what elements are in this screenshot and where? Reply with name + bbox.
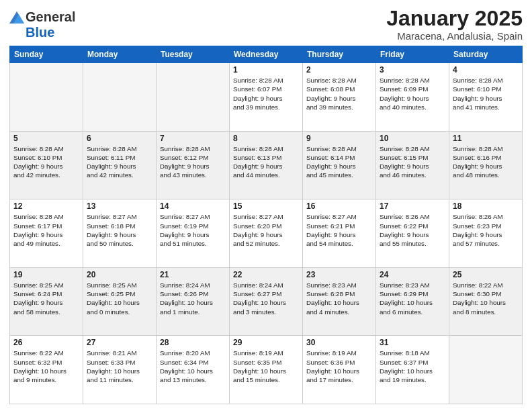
day-number: 18 <box>453 201 519 211</box>
table-row <box>449 336 523 404</box>
table-row: 28Sunrise: 8:20 AMSunset: 6:34 PMDayligh… <box>157 336 230 404</box>
day-info: Sunrise: 8:23 AMSunset: 6:28 PMDaylight:… <box>306 281 372 316</box>
day-info: Sunrise: 8:25 AMSunset: 6:25 PMDaylight:… <box>87 281 152 316</box>
day-info: Sunrise: 8:28 AMSunset: 6:07 PMDaylight:… <box>233 76 299 111</box>
day-info: Sunrise: 8:26 AMSunset: 6:23 PMDaylight:… <box>453 212 519 248</box>
day-number: 20 <box>87 270 152 279</box>
table-row: 1Sunrise: 8:28 AMSunset: 6:07 PMDaylight… <box>230 63 303 132</box>
calendar-header-row: Sunday Monday Tuesday Wednesday Thursday… <box>10 46 523 63</box>
day-info: Sunrise: 8:22 AMSunset: 6:32 PMDaylight:… <box>13 349 79 384</box>
day-info: Sunrise: 8:26 AMSunset: 6:22 PMDaylight:… <box>380 212 445 248</box>
table-row: 26Sunrise: 8:22 AMSunset: 6:32 PMDayligh… <box>10 336 83 404</box>
table-row: 20Sunrise: 8:25 AMSunset: 6:25 PMDayligh… <box>83 267 157 336</box>
col-tuesday: Tuesday <box>157 46 230 63</box>
day-number: 19 <box>13 270 79 279</box>
table-row: 15Sunrise: 8:27 AMSunset: 6:20 PMDayligh… <box>230 199 303 268</box>
table-row: 31Sunrise: 8:18 AMSunset: 6:37 PMDayligh… <box>376 336 449 404</box>
day-info: Sunrise: 8:21 AMSunset: 6:33 PMDaylight:… <box>87 349 152 384</box>
table-row: 29Sunrise: 8:19 AMSunset: 6:35 PMDayligh… <box>230 336 303 404</box>
table-row: 21Sunrise: 8:24 AMSunset: 6:26 PMDayligh… <box>157 267 230 336</box>
table-row: 19Sunrise: 8:25 AMSunset: 6:24 PMDayligh… <box>10 267 83 336</box>
day-info: Sunrise: 8:27 AMSunset: 6:21 PMDaylight:… <box>306 212 372 248</box>
logo-icon <box>9 11 24 24</box>
calendar-week-row: 1Sunrise: 8:28 AMSunset: 6:07 PMDaylight… <box>10 63 523 132</box>
title-area: January 2025 Maracena, Andalusia, Spain <box>386 7 523 42</box>
logo-general: General <box>26 9 75 25</box>
day-info: Sunrise: 8:20 AMSunset: 6:34 PMDaylight:… <box>160 349 226 384</box>
table-row: 23Sunrise: 8:23 AMSunset: 6:28 PMDayligh… <box>303 267 376 336</box>
day-info: Sunrise: 8:28 AMSunset: 6:11 PMDaylight:… <box>87 144 152 180</box>
day-number: 1 <box>233 65 299 75</box>
table-row: 11Sunrise: 8:28 AMSunset: 6:16 PMDayligh… <box>449 131 523 199</box>
day-number: 3 <box>380 65 445 75</box>
day-number: 26 <box>13 338 79 347</box>
table-row: 6Sunrise: 8:28 AMSunset: 6:11 PMDaylight… <box>83 131 157 199</box>
day-number: 11 <box>453 134 519 143</box>
day-number: 2 <box>306 65 372 75</box>
col-friday: Friday <box>376 46 449 63</box>
day-number: 29 <box>233 338 299 347</box>
day-number: 14 <box>160 201 226 211</box>
col-thursday: Thursday <box>303 46 376 63</box>
day-number: 5 <box>13 134 79 143</box>
day-info: Sunrise: 8:28 AMSunset: 6:14 PMDaylight:… <box>306 144 372 180</box>
table-row <box>83 63 157 132</box>
day-number: 17 <box>380 201 445 211</box>
calendar-week-row: 12Sunrise: 8:28 AMSunset: 6:17 PMDayligh… <box>10 199 523 268</box>
logo-blue: Blue <box>26 25 54 40</box>
day-number: 6 <box>87 134 152 143</box>
header: General Blue January 2025 Maracena, Anda… <box>9 7 523 42</box>
page: General Blue January 2025 Maracena, Anda… <box>0 0 532 411</box>
day-info: Sunrise: 8:22 AMSunset: 6:30 PMDaylight:… <box>453 281 519 316</box>
day-number: 12 <box>13 201 79 211</box>
table-row: 2Sunrise: 8:28 AMSunset: 6:08 PMDaylight… <box>303 63 376 132</box>
table-row: 4Sunrise: 8:28 AMSunset: 6:10 PMDaylight… <box>449 63 523 132</box>
day-info: Sunrise: 8:27 AMSunset: 6:19 PMDaylight:… <box>160 212 226 248</box>
table-row <box>157 63 230 132</box>
table-row: 5Sunrise: 8:28 AMSunset: 6:10 PMDaylight… <box>10 131 83 199</box>
day-number: 31 <box>380 338 445 347</box>
day-number: 9 <box>306 134 372 143</box>
day-number: 23 <box>306 270 372 279</box>
col-monday: Monday <box>83 46 157 63</box>
day-number: 7 <box>160 134 226 143</box>
day-number: 28 <box>160 338 226 347</box>
day-number: 13 <box>87 201 152 211</box>
day-info: Sunrise: 8:28 AMSunset: 6:10 PMDaylight:… <box>453 76 519 111</box>
day-info: Sunrise: 8:28 AMSunset: 6:13 PMDaylight:… <box>233 144 299 180</box>
day-number: 22 <box>233 270 299 279</box>
table-row: 30Sunrise: 8:19 AMSunset: 6:36 PMDayligh… <box>303 336 376 404</box>
day-number: 4 <box>453 65 519 75</box>
table-row: 25Sunrise: 8:22 AMSunset: 6:30 PMDayligh… <box>449 267 523 336</box>
day-info: Sunrise: 8:27 AMSunset: 6:20 PMDaylight:… <box>233 212 299 248</box>
table-row: 27Sunrise: 8:21 AMSunset: 6:33 PMDayligh… <box>83 336 157 404</box>
calendar-table: Sunday Monday Tuesday Wednesday Thursday… <box>9 46 523 404</box>
col-saturday: Saturday <box>449 46 523 63</box>
day-number: 8 <box>233 134 299 143</box>
calendar-week-row: 26Sunrise: 8:22 AMSunset: 6:32 PMDayligh… <box>10 336 523 404</box>
calendar-week-row: 5Sunrise: 8:28 AMSunset: 6:10 PMDaylight… <box>10 131 523 199</box>
table-row: 13Sunrise: 8:27 AMSunset: 6:18 PMDayligh… <box>83 199 157 268</box>
table-row: 18Sunrise: 8:26 AMSunset: 6:23 PMDayligh… <box>449 199 523 268</box>
month-title: January 2025 <box>386 7 523 30</box>
day-number: 25 <box>453 270 519 279</box>
day-info: Sunrise: 8:24 AMSunset: 6:26 PMDaylight:… <box>160 281 226 316</box>
day-number: 27 <box>87 338 152 347</box>
table-row: 17Sunrise: 8:26 AMSunset: 6:22 PMDayligh… <box>376 199 449 268</box>
day-info: Sunrise: 8:18 AMSunset: 6:37 PMDaylight:… <box>380 349 445 384</box>
table-row: 14Sunrise: 8:27 AMSunset: 6:19 PMDayligh… <box>157 199 230 268</box>
calendar-week-row: 19Sunrise: 8:25 AMSunset: 6:24 PMDayligh… <box>10 267 523 336</box>
table-row <box>10 63 83 132</box>
day-info: Sunrise: 8:28 AMSunset: 6:16 PMDaylight:… <box>453 144 519 180</box>
table-row: 8Sunrise: 8:28 AMSunset: 6:13 PMDaylight… <box>230 131 303 199</box>
location-title: Maracena, Andalusia, Spain <box>386 30 523 42</box>
day-number: 10 <box>380 134 445 143</box>
day-info: Sunrise: 8:27 AMSunset: 6:18 PMDaylight:… <box>87 212 152 248</box>
day-number: 30 <box>306 338 372 347</box>
table-row: 9Sunrise: 8:28 AMSunset: 6:14 PMDaylight… <box>303 131 376 199</box>
table-row: 12Sunrise: 8:28 AMSunset: 6:17 PMDayligh… <box>10 199 83 268</box>
table-row: 16Sunrise: 8:27 AMSunset: 6:21 PMDayligh… <box>303 199 376 268</box>
day-info: Sunrise: 8:28 AMSunset: 6:15 PMDaylight:… <box>380 144 445 180</box>
day-info: Sunrise: 8:24 AMSunset: 6:27 PMDaylight:… <box>233 281 299 316</box>
col-wednesday: Wednesday <box>230 46 303 63</box>
